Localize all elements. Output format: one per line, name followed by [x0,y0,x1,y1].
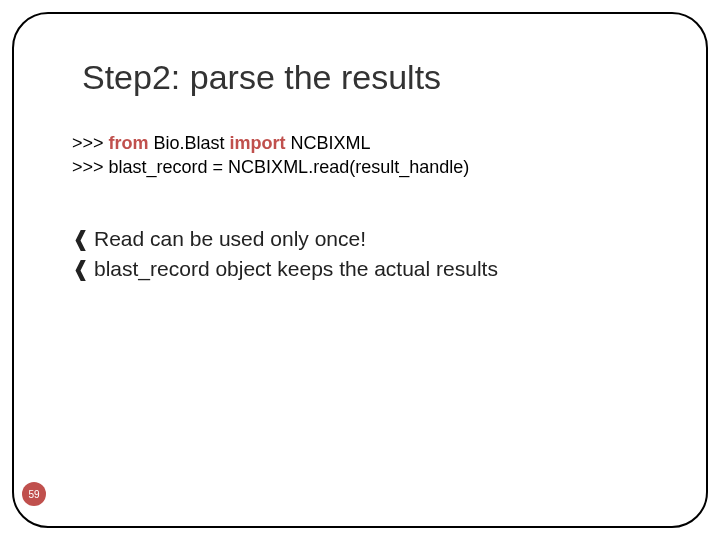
list-item: ❰ Read can be used only once! [72,224,656,254]
page-number-badge: 59 [22,482,46,506]
keyword-from: from [109,133,149,153]
prompt: >>> [72,157,104,177]
bullet-icon: ❰ [72,254,90,284]
slide-title: Step2: parse the results [82,58,656,97]
bullet-icon: ❰ [72,224,90,254]
code-line-2: >>> blast_record = NCBIXML.read(result_h… [72,155,656,179]
bullet-list: ❰ Read can be used only once! ❰ blast_re… [72,224,656,285]
bullet-text: Read can be used only once! [94,224,366,254]
code-line-1: >>> from Bio.Blast import NCBIXML [72,131,656,155]
prompt: >>> [72,133,104,153]
code-block: >>> from Bio.Blast import NCBIXML >>> bl… [72,131,656,180]
code-text: Bio.Blast [149,133,230,153]
list-item: ❰ blast_record object keeps the actual r… [72,254,656,284]
code-text: blast_record = NCBIXML.read(result_handl… [104,157,470,177]
keyword-import: import [230,133,286,153]
slide-frame: Step2: parse the results >>> from Bio.Bl… [12,12,708,528]
code-text: NCBIXML [286,133,371,153]
bullet-text: blast_record object keeps the actual res… [94,254,498,284]
